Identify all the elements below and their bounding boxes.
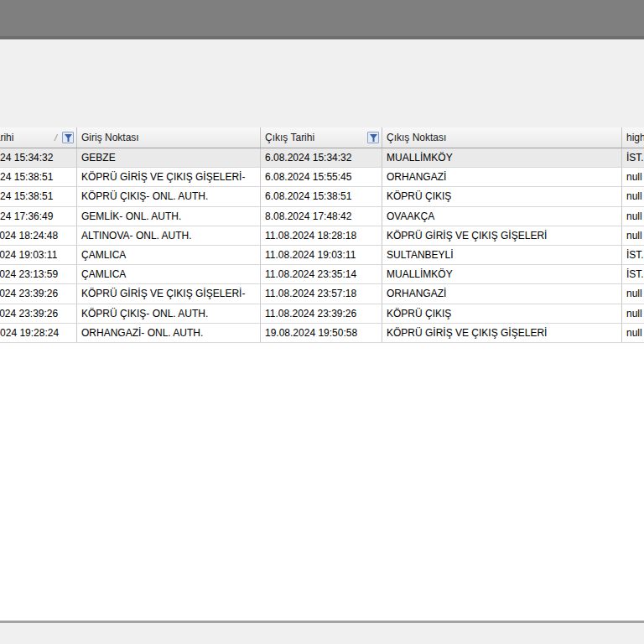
grid-inner: Giriş Tarihi / Giriş Noktası Çıkış Tarih… <box>0 127 644 343</box>
table-row[interactable]: 11.08.2024 23:13:59 ÇAMLICA 11.08.2024 2… <box>0 265 644 284</box>
cell-highway: null <box>622 187 644 206</box>
column-header-label: high <box>626 132 644 143</box>
table-row[interactable]: 6.08.2024 15:38:51 KÖPRÜ ÇIKIŞ- ONL. AUT… <box>0 187 644 206</box>
cell-highway: null <box>622 168 644 187</box>
cell-giris-noktasi: KÖPRÜ GİRİŞ VE ÇIKIŞ GİŞELERİ- <box>77 168 261 187</box>
column-header-label: Giriş Noktası <box>81 132 258 143</box>
cell-giris-noktasi: ALTINOVA- ONL. AUTH. <box>77 226 261 246</box>
cell-highway: null <box>622 324 644 343</box>
cell-giris-tarihi: 6.08.2024 15:38:51 <box>0 168 77 187</box>
cell-giris-noktasi: GEMLİK- ONL. AUTH. <box>77 207 261 226</box>
cell-giris-noktasi: KÖPRÜ GİRİŞ VE ÇIKIŞ GİŞELERİ- <box>77 284 261 304</box>
table-row[interactable]: 11.08.2024 23:39:26 KÖPRÜ ÇIKIŞ- ONL. AU… <box>0 304 644 324</box>
cell-cikis-tarihi: 11.08.2024 23:57:18 <box>261 284 382 304</box>
cell-cikis-tarihi: 11.08.2024 18:28:18 <box>261 226 382 246</box>
cell-giris-tarihi: 11.08.2024 23:39:26 <box>0 304 77 324</box>
table-row[interactable]: 19.08.2024 19:28:24 ORHANGAZİ- ONL. AUTH… <box>0 324 644 343</box>
cell-giris-tarihi: 6.08.2024 15:38:51 <box>0 187 77 206</box>
table-row[interactable]: 6.08.2024 15:34:32 GEBZE 6.08.2024 15:34… <box>0 148 644 168</box>
cell-cikis-tarihi: 11.08.2024 23:35:14 <box>261 265 382 284</box>
cell-highway: null <box>622 284 644 304</box>
column-header-cikis-noktasi[interactable]: Çıkış Noktası <box>382 127 622 148</box>
grid-header-row: Giriş Tarihi / Giriş Noktası Çıkış Tarih… <box>0 127 644 148</box>
column-header-label: Çıkış Noktası <box>387 132 620 143</box>
cell-highway: null <box>622 207 644 226</box>
table-row[interactable]: 11.08.2024 23:39:26 KÖPRÜ GİRİŞ VE ÇIKIŞ… <box>0 284 644 304</box>
cell-giris-noktasi: KÖPRÜ ÇIKIŞ- ONL. AUTH. <box>77 304 261 324</box>
cell-giris-noktasi: ÇAMLICA <box>77 265 261 284</box>
cell-giris-noktasi: ORHANGAZİ- ONL. AUTH. <box>77 324 261 343</box>
cell-cikis-noktasi: KÖPRÜ GİRİŞ VE ÇIKIŞ GİŞELERİ <box>382 324 622 343</box>
cell-cikis-noktasi: KÖPRÜ ÇIKIŞ <box>382 304 622 324</box>
table-row[interactable]: 8.08.2024 17:36:49 GEMLİK- ONL. AUTH. 8.… <box>0 207 644 226</box>
cell-cikis-tarihi: 6.08.2024 15:55:45 <box>261 168 382 187</box>
cell-cikis-noktasi: MUALLİMKÖY <box>382 148 622 168</box>
cell-giris-tarihi: 11.08.2024 19:03:11 <box>0 246 77 265</box>
cell-giris-tarihi: 11.08.2024 23:39:26 <box>0 284 77 304</box>
table-row[interactable]: 6.08.2024 15:38:51 KÖPRÜ GİRİŞ VE ÇIKIŞ … <box>0 168 644 187</box>
filter-button[interactable] <box>367 132 379 143</box>
cell-giris-tarihi: 11.08.2024 18:24:48 <box>0 226 77 246</box>
column-header-giris-tarihi[interactable]: Giriş Tarihi / <box>0 127 77 148</box>
cell-cikis-tarihi: 11.08.2024 19:03:11 <box>261 246 382 265</box>
cell-giris-noktasi: KÖPRÜ ÇIKIŞ- ONL. AUTH. <box>77 187 261 206</box>
top-bar <box>0 0 644 39</box>
funnel-icon <box>370 134 377 142</box>
cell-cikis-tarihi: 19.08.2024 19:50:58 <box>261 324 382 343</box>
funnel-icon <box>65 134 72 142</box>
cell-cikis-noktasi: OVAAKÇA <box>382 207 622 226</box>
column-header-label: Çıkış Tarihi <box>265 132 367 143</box>
cell-cikis-noktasi: KÖPRÜ ÇIKIŞ <box>382 187 622 206</box>
column-header-label: Giriş Tarihi <box>0 132 55 143</box>
cell-giris-tarihi: 6.08.2024 15:34:32 <box>0 148 77 168</box>
cell-cikis-noktasi: ORHANGAZİ <box>382 284 622 304</box>
cell-cikis-tarihi: 6.08.2024 15:38:51 <box>261 187 382 206</box>
cell-giris-tarihi: 19.08.2024 19:28:24 <box>0 324 77 343</box>
cell-highway: İST. <box>622 148 644 168</box>
cell-cikis-noktasi: SULTANBEYLİ <box>382 246 622 265</box>
sort-ascending-icon: / <box>55 132 57 143</box>
cell-giris-noktasi: ÇAMLICA <box>77 246 261 265</box>
data-grid: Giriş Tarihi / Giriş Noktası Çıkış Tarih… <box>0 127 644 621</box>
cell-highway: null <box>622 304 644 324</box>
column-header-giris-noktasi[interactable]: Giriş Noktası <box>77 127 261 148</box>
status-bar <box>0 621 644 644</box>
cell-giris-tarihi: 11.08.2024 23:13:59 <box>0 265 77 284</box>
cell-cikis-tarihi: 6.08.2024 15:34:32 <box>261 148 382 168</box>
cell-cikis-noktasi: KÖPRÜ GİRİŞ VE ÇIKIŞ GİŞELERİ <box>382 226 622 246</box>
cell-giris-tarihi: 8.08.2024 17:36:49 <box>0 207 77 226</box>
cell-cikis-noktasi: ORHANGAZİ <box>382 168 622 187</box>
filter-button[interactable] <box>62 132 74 143</box>
column-header-cikis-tarihi[interactable]: Çıkış Tarihi <box>261 127 382 148</box>
cell-highway: null <box>622 226 644 246</box>
workspace-background <box>0 39 644 127</box>
cell-highway: İST. <box>622 265 644 284</box>
cell-giris-noktasi: GEBZE <box>77 148 261 168</box>
table-row[interactable]: 11.08.2024 18:24:48 ALTINOVA- ONL. AUTH.… <box>0 226 644 246</box>
cell-highway: İST. <box>622 246 644 265</box>
cell-cikis-tarihi: 8.08.2024 17:48:42 <box>261 207 382 226</box>
cell-cikis-noktasi: MUALLİMKÖY <box>382 265 622 284</box>
table-row[interactable]: 11.08.2024 19:03:11 ÇAMLICA 11.08.2024 1… <box>0 246 644 265</box>
cell-cikis-tarihi: 11.08.2024 23:39:26 <box>261 304 382 324</box>
column-header-highway[interactable]: high <box>622 127 644 148</box>
